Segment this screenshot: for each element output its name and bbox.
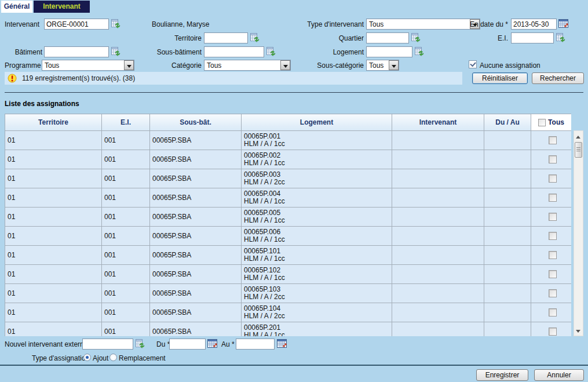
- table-row[interactable]: 01 001 00065P.SBA 00065P.005HLM / A / 1c…: [5, 208, 572, 227]
- cell-select: [531, 208, 572, 227]
- intervenant-lookup-icon[interactable]: [111, 19, 120, 28]
- cell-logement: 00065P.001HLM / A / 1cc: [242, 131, 392, 150]
- cell-territoire: 01: [5, 265, 102, 284]
- au-label: Au *: [221, 340, 235, 348]
- cell-ei: 001: [102, 131, 150, 150]
- table-row[interactable]: 01 001 00065P.SBA 00065P.004HLM / A / 1c…: [5, 188, 572, 208]
- sous-categorie-select[interactable]: Tous: [366, 60, 399, 71]
- row-select-checkbox[interactable]: [549, 155, 557, 163]
- rechercher-button[interactable]: Rechercher: [532, 72, 584, 84]
- nouvel-intervenant-lookup-icon[interactable]: [136, 339, 145, 348]
- sous-batiment-input[interactable]: [204, 46, 264, 57]
- sous-batiment-lookup-icon[interactable]: [266, 47, 276, 56]
- table-row[interactable]: 01 001 00065P.SBA 00065P.003HLM / A / 2c…: [5, 169, 572, 188]
- cell-sous-bat: 00065P.SBA: [150, 131, 242, 150]
- tab-general[interactable]: Général: [1, 1, 32, 13]
- annuler-button[interactable]: Annuler: [534, 369, 584, 381]
- batiment-lookup-icon[interactable]: [111, 47, 120, 56]
- cell-logement: 00065P.103HLM / A / 2cc: [242, 284, 392, 303]
- enregistrer-button[interactable]: Enregistrer: [476, 369, 528, 381]
- sous-categorie-label: Sous-catégorie: [306, 61, 364, 70]
- chevron-down-icon[interactable]: [280, 60, 290, 70]
- en-date-du-calendar-icon[interactable]: [558, 19, 568, 28]
- au-calendar-icon[interactable]: [277, 339, 287, 348]
- programme-select[interactable]: Tous: [42, 60, 134, 71]
- row-select-checkbox[interactable]: [549, 270, 557, 278]
- col-header-ei[interactable]: E.I.: [102, 114, 150, 131]
- cell-du-au: [484, 169, 531, 188]
- cell-territoire: 01: [5, 246, 102, 265]
- cell-territoire: 01: [5, 303, 102, 322]
- table-row[interactable]: 01 001 00065P.SBA 00065P.101HLM / A / 1c…: [5, 246, 572, 265]
- radio-ajout[interactable]: [83, 354, 91, 361]
- du-calendar-icon[interactable]: [207, 339, 217, 348]
- row-select-checkbox[interactable]: [549, 328, 557, 336]
- cell-intervenant: [392, 188, 484, 208]
- select-all-checkbox[interactable]: [538, 119, 546, 126]
- row-select-checkbox[interactable]: [549, 213, 557, 221]
- aucune-assignation-checkbox[interactable]: [469, 60, 477, 68]
- table-row[interactable]: 01 001 00065P.SBA 00065P.102HLM / A / 1c…: [5, 265, 572, 284]
- col-header-territoire[interactable]: Territoire: [5, 114, 102, 131]
- ei-lookup-icon[interactable]: [556, 33, 565, 42]
- scroll-up-icon[interactable]: [574, 131, 583, 140]
- cell-du-au: [484, 284, 531, 303]
- territoire-lookup-icon[interactable]: [250, 33, 260, 42]
- du-input[interactable]: [169, 339, 206, 350]
- scrollbar-thumb[interactable]: [575, 142, 582, 158]
- warning-icon: [8, 74, 17, 83]
- footer-divider: [0, 365, 588, 366]
- cell-sous-bat: 00065P.SBA: [150, 265, 242, 284]
- cell-logement: 00065P.006HLM / A / 1cc: [242, 227, 392, 246]
- intervenant-input[interactable]: [44, 19, 109, 30]
- intervenant-display-name: Boulianne, Maryse: [152, 20, 209, 28]
- row-select-checkbox[interactable]: [549, 289, 557, 297]
- table-scrollbar[interactable]: [574, 130, 583, 336]
- cell-ei: 001: [102, 246, 150, 265]
- cell-ei: 001: [102, 208, 150, 227]
- table-row[interactable]: 01 001 00065P.SBA 00065P.001HLM / A / 1c…: [5, 131, 572, 150]
- cell-du-au: [484, 322, 531, 337]
- col-header-logement[interactable]: Logement: [242, 114, 392, 131]
- table-row[interactable]: 01 001 00065P.SBA 00065P.006HLM / A / 1c…: [5, 227, 572, 246]
- reinitialiser-button[interactable]: Réinitialiser: [472, 72, 528, 84]
- categorie-select[interactable]: Tous: [204, 60, 291, 71]
- logement-input[interactable]: [366, 46, 412, 57]
- tab-intervenant[interactable]: Intervenant: [34, 1, 90, 13]
- table-row[interactable]: 01 001 00065P.SBA 00065P.104HLM / A / 2c…: [5, 303, 572, 322]
- territoire-input[interactable]: [204, 32, 248, 43]
- scroll-down-icon[interactable]: [574, 326, 583, 336]
- nouvel-intervenant-input[interactable]: [82, 339, 133, 350]
- row-select-checkbox[interactable]: [549, 194, 557, 202]
- row-select-checkbox[interactable]: [549, 308, 557, 316]
- col-header-intervenant[interactable]: Intervenant: [392, 114, 484, 131]
- cell-du-au: [484, 265, 531, 284]
- row-select-checkbox[interactable]: [549, 251, 557, 259]
- au-input[interactable]: [236, 339, 275, 350]
- table-row[interactable]: 01 001 00065P.SBA 00065P.201HLM / A / 1c…: [5, 322, 572, 337]
- quartier-lookup-icon[interactable]: [411, 33, 421, 42]
- ei-input[interactable]: [511, 32, 554, 43]
- quartier-input[interactable]: [366, 32, 409, 43]
- logement-lookup-icon[interactable]: [415, 47, 424, 56]
- row-select-checkbox[interactable]: [549, 232, 557, 240]
- radio-remplacement[interactable]: [109, 354, 117, 361]
- row-select-checkbox[interactable]: [549, 174, 557, 183]
- en-date-du-input[interactable]: [511, 19, 557, 30]
- table-row[interactable]: 01 001 00065P.SBA 00065P.002HLM / A / 1c…: [5, 150, 572, 169]
- cell-territoire: 01: [5, 131, 102, 150]
- row-select-checkbox[interactable]: [549, 136, 557, 144]
- status-message: 119 enregistrement(s) trouvé(s). (38): [22, 74, 135, 82]
- type-intervenant-label: Type d'intervenant: [290, 20, 364, 28]
- col-header-sous-bat[interactable]: Sous-bât.: [150, 114, 242, 131]
- col-header-tous[interactable]: Tous: [531, 114, 572, 131]
- chevron-down-icon[interactable]: [389, 60, 399, 70]
- sous-batiment-label: Sous-bâtiment: [144, 48, 202, 56]
- table-row[interactable]: 01 001 00065P.SBA 00065P.103HLM / A / 2c…: [5, 284, 572, 303]
- chevron-down-icon[interactable]: [124, 60, 134, 70]
- cell-select: [531, 169, 572, 188]
- batiment-input[interactable]: [44, 46, 109, 57]
- col-header-du-au[interactable]: Du / Au: [484, 114, 531, 131]
- cell-sous-bat: 00065P.SBA: [150, 322, 242, 337]
- table-header-row: Territoire E.I. Sous-bât. Logement Inter…: [5, 114, 572, 131]
